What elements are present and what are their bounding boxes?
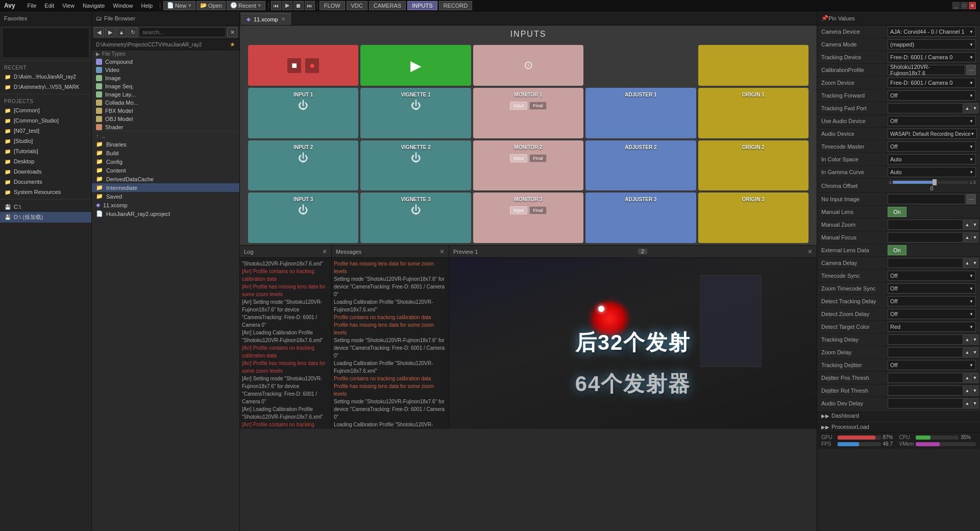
camera-mode-dropdown[interactable]: (mapped) ▼ bbox=[888, 39, 976, 50]
monitor2-input-btn[interactable]: Input bbox=[510, 154, 527, 162]
sidebar-item-common-studio[interactable]: 📁 [Common_Studio] bbox=[0, 115, 91, 126]
fb-file-binaries[interactable]: 📁 Binaries bbox=[92, 140, 239, 149]
tracking-device-dropdown[interactable]: Free-D: 6001 / Camera 0 ▼ bbox=[888, 52, 976, 62]
tracking-delay-input[interactable]: 0 bbox=[888, 334, 963, 345]
tracking-delay-up[interactable]: ▲ bbox=[964, 334, 971, 345]
input-node-monitor1[interactable]: MONITOR 1 Input Final bbox=[473, 88, 583, 138]
audio-dev-delay-up[interactable]: ▲ bbox=[964, 398, 971, 408]
no-input-dots-button[interactable]: ··· bbox=[966, 194, 976, 204]
input-node-origin3[interactable]: ORIGIN 3 bbox=[698, 192, 808, 243]
monitor3-input-btn[interactable]: Input bbox=[510, 206, 527, 214]
sidebar-item-studio[interactable]: 📁 [Studio] bbox=[0, 136, 91, 146]
zoom-delay-up[interactable]: ▲ bbox=[964, 347, 971, 357]
sidebar-item-n07[interactable]: 📁 [N07_test] bbox=[0, 126, 91, 136]
spin-up-icon[interactable]: ▲ bbox=[964, 103, 971, 113]
input-node-play[interactable]: ▶ bbox=[360, 45, 471, 86]
inputs-button[interactable]: INPUTS bbox=[407, 1, 437, 10]
input-node-input2[interactable]: INPUT 2 ⏻ bbox=[248, 140, 358, 191]
fb-file-intermediate[interactable]: 📁 Intermediate bbox=[92, 183, 239, 192]
focus-spin-down[interactable]: ▼ bbox=[971, 232, 978, 243]
manual-lens-toggle[interactable]: On bbox=[888, 207, 906, 217]
fb-refresh-button[interactable]: ↻ bbox=[128, 27, 138, 37]
fb-back-button[interactable]: ◀ bbox=[94, 27, 104, 37]
menu-window[interactable]: Window bbox=[109, 2, 137, 10]
flow-button[interactable]: FLOW bbox=[320, 1, 345, 10]
fb-file-xcomp[interactable]: ◆ 11.xcomp bbox=[92, 201, 239, 209]
zoom-spin-up[interactable]: ▲ bbox=[964, 220, 971, 230]
close-button[interactable]: ✕ bbox=[969, 2, 976, 9]
input-node-cam[interactable]: ⊙ bbox=[473, 45, 583, 86]
menu-file[interactable]: File bbox=[23, 2, 41, 10]
zoom-device-dropdown[interactable]: Free-D: 6001 / Camera 0 ▼ bbox=[888, 78, 976, 88]
fb-type-collada[interactable]: Collada Mo... bbox=[92, 99, 239, 107]
sidebar-item-recent-1[interactable]: 📁 D:\Aximmetry\...\VSS_MARK bbox=[0, 82, 91, 92]
focus-spin-up[interactable]: ▲ bbox=[964, 232, 971, 243]
menu-view[interactable]: View bbox=[58, 2, 79, 10]
fb-search-input[interactable] bbox=[139, 27, 226, 37]
input-node-origin1[interactable]: ORIGIN 1 bbox=[698, 88, 808, 138]
monitor2-final-btn[interactable]: Final bbox=[529, 154, 547, 162]
sidebar-item-common[interactable]: 📁 [Common] bbox=[0, 105, 91, 115]
cameras-button[interactable]: CAMERAS bbox=[369, 1, 406, 10]
no-input-image-input[interactable] bbox=[888, 194, 965, 204]
sidebar-item-tutorials[interactable]: 📁 [Tutorials] bbox=[0, 146, 91, 156]
dashboard-expand-icon[interactable]: ▶▶ bbox=[821, 413, 829, 419]
zoom-timecode-sync-dropdown[interactable]: Off ▼ bbox=[888, 283, 976, 294]
menu-navigate[interactable]: Navigate bbox=[79, 2, 109, 10]
sidebar-item-documents[interactable]: 📁 Documents bbox=[0, 177, 91, 187]
fb-file-deriveddatacache[interactable]: 📁 DerivedDataCache bbox=[92, 175, 239, 183]
camera-delay-input[interactable]: 0 bbox=[888, 258, 963, 268]
camera-device-dropdown[interactable]: AJA: Corvid44 - 0 / Channel 1 ▼ bbox=[888, 27, 976, 37]
input-node-monitor2[interactable]: MONITOR 2 Input Final bbox=[473, 140, 583, 191]
minimize-button[interactable]: _ bbox=[952, 2, 960, 9]
tab-xcomp[interactable]: ◆ 11.xcomp ✕ bbox=[240, 13, 292, 25]
vdc-button[interactable]: VDC bbox=[347, 1, 368, 10]
tracking-forward-dropdown[interactable]: Off ▼ bbox=[888, 90, 976, 101]
dejitter-rot-down[interactable]: ▼ bbox=[971, 385, 978, 396]
fb-bookmark-icon[interactable]: ★ bbox=[230, 41, 235, 48]
fb-type-image[interactable]: Image bbox=[92, 74, 239, 82]
fb-type-shader[interactable]: Shader bbox=[92, 123, 239, 131]
next-button[interactable]: ⏭ bbox=[305, 1, 315, 10]
zoom-delay-down[interactable]: ▼ bbox=[971, 347, 978, 357]
preview-close-button[interactable]: ✕ bbox=[807, 248, 813, 255]
input-node-vignette2[interactable]: VIGNETTE 2 ⏻ bbox=[360, 140, 471, 191]
timecode-sync-dropdown[interactable]: Off ▼ bbox=[888, 271, 976, 281]
fb-type-fbx[interactable]: FBX Model bbox=[92, 107, 239, 115]
tab-close-button[interactable]: ✕ bbox=[281, 16, 285, 22]
processor-expand-icon[interactable]: ▶▶ bbox=[821, 424, 829, 430]
manual-zoom-input[interactable]: 10 bbox=[888, 220, 963, 230]
messages-close-button[interactable]: ✕ bbox=[439, 248, 445, 255]
new-button[interactable]: 📄 New ▼ bbox=[163, 1, 195, 10]
fb-close-button[interactable]: ✕ bbox=[227, 27, 237, 37]
calibration-dropdown[interactable]: Shotoku120VR-Fujinon18x7.6 bbox=[888, 65, 965, 75]
fb-forward-button[interactable]: ▶ bbox=[105, 27, 115, 37]
spin-down-icon[interactable]: ▼ bbox=[971, 103, 978, 113]
stop-button[interactable]: ⏹ bbox=[293, 1, 304, 10]
fb-file-parent[interactable]: ↑ .. bbox=[92, 132, 239, 140]
sidebar-item-desktop[interactable]: 📁 Desktop bbox=[0, 156, 91, 166]
dejitter-rot-input[interactable]: 0.04 bbox=[888, 385, 963, 396]
cam-delay-up[interactable]: ▲ bbox=[964, 258, 971, 268]
fb-up-button[interactable]: ▲ bbox=[116, 27, 127, 37]
fb-type-imageseq[interactable]: Image Seq. bbox=[92, 82, 239, 90]
play-button[interactable]: ▶ bbox=[282, 1, 292, 10]
sidebar-item-recent-0[interactable]: 📁 D:\Axim...\HuoJianAR_ray2 bbox=[0, 71, 91, 82]
input-node-input1[interactable]: INPUT 1 ⏻ bbox=[248, 88, 358, 138]
dejitter-rot-up[interactable]: ▲ bbox=[964, 385, 971, 396]
calibration-dots-button[interactable]: ··· bbox=[966, 65, 976, 75]
dejitter-pos-down[interactable]: ▼ bbox=[971, 373, 978, 383]
in-color-space-dropdown[interactable]: Auto ▼ bbox=[888, 154, 976, 164]
fb-file-uproject[interactable]: 📄 HuoJianAR_ray2.uproject bbox=[92, 209, 239, 218]
sidebar-item-downloads[interactable]: 📁 Downloads bbox=[0, 166, 91, 177]
input-node-monitor3[interactable]: MONITOR 3 Input Final bbox=[473, 192, 583, 243]
input-node-adjuster2[interactable]: ADJUSTER 2 bbox=[585, 140, 696, 191]
audio-dev-delay-down[interactable]: ▼ bbox=[971, 398, 978, 408]
fb-file-build[interactable]: 📁 Build bbox=[92, 149, 239, 157]
sidebar-item-drive-c[interactable]: 💾 C:\ bbox=[0, 202, 91, 212]
fb-type-video[interactable]: Video bbox=[92, 66, 239, 74]
audio-dev-delay-input[interactable]: 0 bbox=[888, 398, 963, 408]
input-node-vignette3[interactable]: VIGNETTE 3 ⏻ bbox=[360, 192, 471, 243]
tracking-dejitter-dropdown[interactable]: Off ▼ bbox=[888, 360, 976, 370]
in-gamma-curve-dropdown[interactable]: Auto ▼ bbox=[888, 167, 976, 177]
